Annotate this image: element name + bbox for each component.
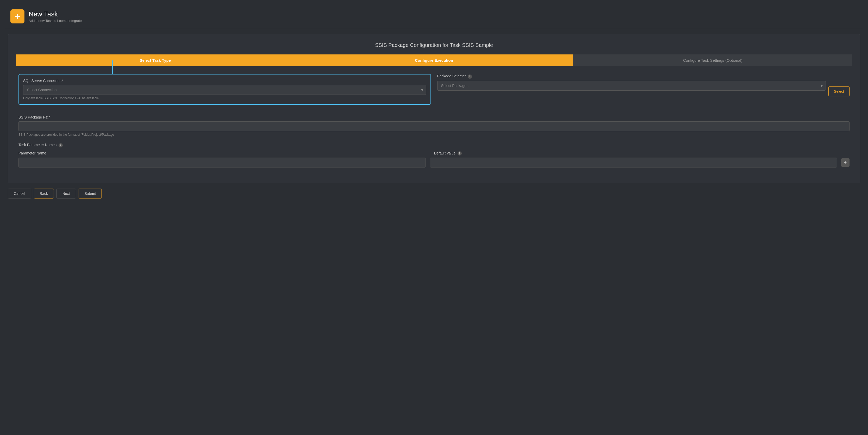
- param-name-col-header: Parameter Name: [19, 151, 430, 155]
- sql-connection-label: SQL Server Connection*: [23, 79, 426, 83]
- task-parameter-names-label: Task Parameter Names ℹ: [19, 143, 849, 147]
- submit-button[interactable]: Submit: [79, 188, 102, 199]
- sql-connection-select[interactable]: Select Connection...: [23, 85, 426, 95]
- app-title: New Task: [29, 10, 82, 18]
- package-select-button[interactable]: Select: [829, 86, 849, 96]
- connection-package-row: SQL Server Connection* Select Connection…: [19, 74, 849, 110]
- params-table: Parameter Name Default Value ℹ +: [19, 151, 849, 168]
- parameter-name-input[interactable]: [19, 157, 426, 168]
- tab-configure-task-settings[interactable]: Configure Task Settings (Optional): [574, 54, 852, 66]
- task-params-help-icon[interactable]: ℹ: [59, 143, 63, 147]
- task-params-section: Task Parameter Names ℹ Parameter Name De…: [19, 143, 849, 168]
- header-divider: [5, 29, 863, 29]
- ssis-package-path-label: SSIS Package Path: [19, 115, 849, 119]
- step-tabs: Select Task Type Configure Execution Con…: [16, 54, 852, 66]
- ssis-package-path-input[interactable]: [19, 121, 849, 131]
- add-param-row-button[interactable]: +: [841, 158, 849, 167]
- package-selector-label: Package Selector ℹ: [437, 74, 850, 79]
- footer-buttons: Cancel Back Next Submit: [5, 183, 863, 199]
- app-subtitle: Add a new Task to Loome Integrate: [29, 19, 82, 23]
- form-content: SQL Server Connection* Select Connection…: [16, 74, 852, 168]
- package-selector-section: Package Selector ℹ Select Package... Sel…: [437, 74, 850, 110]
- params-table-header: Parameter Name Default Value ℹ: [19, 151, 849, 156]
- ssis-package-path-section: SSIS Package Path SSIS Packages are prov…: [19, 115, 849, 137]
- default-value-input[interactable]: [430, 157, 837, 168]
- tab-configure-execution[interactable]: Configure Execution: [294, 54, 574, 66]
- header-text: New Task Add a new Task to Loome Integra…: [29, 10, 82, 23]
- sql-connection-wrapper: Select Connection...: [23, 85, 426, 95]
- tab-select-task-type[interactable]: Select Task Type: [16, 54, 294, 66]
- default-value-col-header: Default Value ℹ: [434, 151, 846, 156]
- package-selector-help-icon[interactable]: ℹ: [468, 75, 472, 79]
- app-header: + New Task Add a new Task to Loome Integ…: [5, 5, 863, 29]
- page-title: SSIS Package Configuration for Task SSIS…: [16, 42, 852, 48]
- app-logo-icon: +: [10, 9, 25, 24]
- next-button[interactable]: Next: [57, 188, 76, 199]
- default-value-help-icon[interactable]: ℹ: [458, 151, 462, 155]
- back-button[interactable]: Back: [34, 188, 54, 199]
- package-select-wrapper: Select Package...: [437, 81, 826, 91]
- sql-connection-section: SQL Server Connection* Select Connection…: [19, 74, 431, 105]
- sql-connection-hint: Only available SSIS SQL Connections will…: [23, 96, 426, 100]
- main-container: SSIS Package Configuration for Task SSIS…: [8, 34, 860, 183]
- table-row: +: [19, 157, 849, 168]
- cancel-button[interactable]: Cancel: [8, 188, 31, 199]
- ssis-package-path-hint: SSIS Packages are provided in the format…: [19, 133, 849, 137]
- package-inner: Select Package... Select: [437, 81, 850, 96]
- package-selector-select[interactable]: Select Package...: [437, 81, 826, 91]
- arrow-line: [112, 60, 113, 76]
